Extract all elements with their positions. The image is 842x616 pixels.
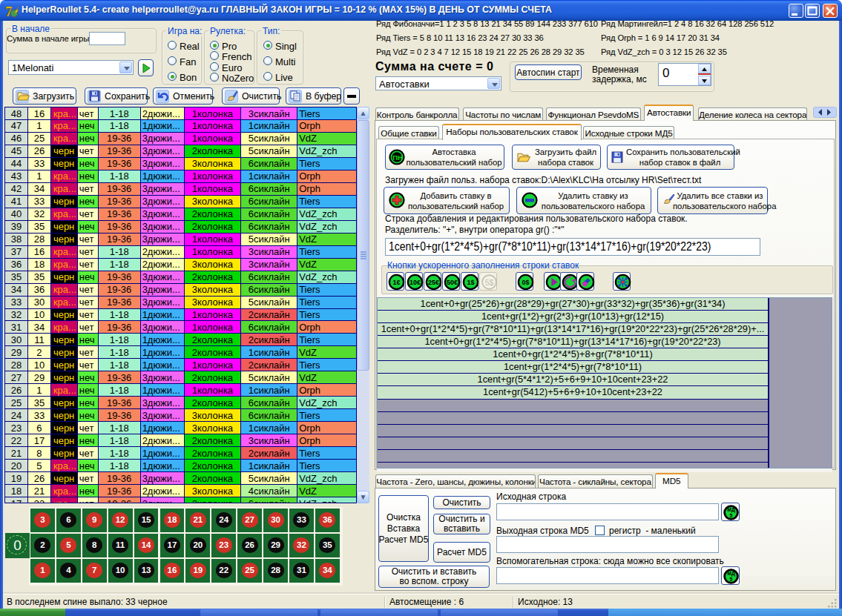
svg-text:50€: 50€: [447, 279, 458, 286]
svg-text:10€: 10€: [410, 279, 421, 286]
svg-text:1€: 1€: [392, 279, 400, 286]
svg-text:5$: 5$: [484, 279, 493, 287]
svg-text:25€: 25€: [428, 279, 439, 286]
svg-text:ПН: ПН: [392, 153, 403, 162]
svg-text:0$: 0$: [522, 279, 529, 286]
svg-text:5: 5: [729, 513, 732, 518]
svg-text:1$: 1$: [467, 279, 474, 286]
svg-text:5: 5: [729, 577, 732, 582]
